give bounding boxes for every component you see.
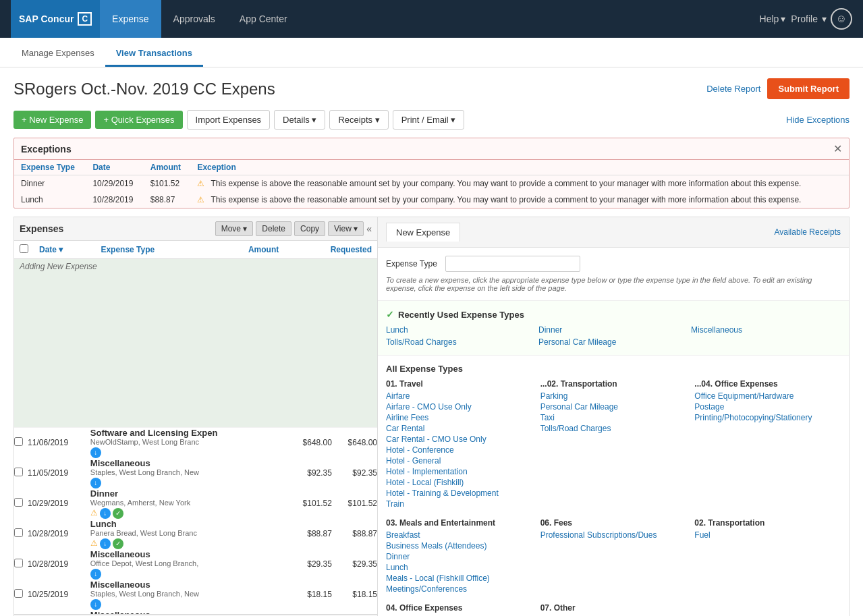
row-checkbox[interactable] (14, 498, 23, 507)
adding-new-expense-row: Adding New Expense (14, 259, 377, 428)
category-item[interactable]: Printing/Photocopying/Stationery (694, 413, 841, 422)
row-checkbox[interactable] (14, 559, 23, 567)
category-item[interactable]: Hotel - Local (Fishkill) (386, 478, 532, 487)
all-expense-types-title: All Expense Types (386, 364, 463, 374)
report-title: SRogers Oct.-Nov. 2019 CC Expens (13, 80, 275, 99)
expense-category: 04. Office ExpensesGeneral Office Suppli… (386, 603, 532, 616)
category-item[interactable]: Airline Fees (386, 413, 532, 422)
row-expense-type: Miscellaneous (90, 458, 287, 468)
subnav-manage-expenses[interactable]: Manage Expenses (11, 41, 105, 67)
submit-report-button[interactable]: Submit Report (767, 78, 850, 99)
row-checkbox-cell[interactable] (14, 519, 28, 549)
category-item[interactable]: Personal Car Mileage (540, 402, 687, 412)
select-all-checkbox[interactable] (20, 244, 28, 253)
recently-used-item[interactable]: Personal Car Mileage (538, 337, 688, 347)
copy-button[interactable]: Copy (294, 221, 325, 236)
row-checkbox[interactable] (14, 468, 23, 476)
nav-approvals[interactable]: Approvals (161, 0, 227, 38)
new-expense-tab[interactable]: New Expense (386, 223, 460, 242)
category-item[interactable]: Office Equipment/Hardware (694, 391, 841, 401)
category-item[interactable]: Car Rental - CMO Use Only (386, 435, 532, 444)
col-expense-type[interactable]: Expense Type (95, 241, 211, 259)
table-row[interactable]: 10/25/2019 Miscellaneous Staples, West L… (14, 580, 377, 610)
category-item[interactable]: Postage (694, 402, 841, 412)
table-row[interactable]: 11/05/2019 Miscellaneous Staples, West L… (14, 458, 377, 488)
delete-report-button[interactable]: Delete Report (706, 84, 760, 94)
row-checkbox[interactable] (14, 528, 23, 537)
print-email-button[interactable]: Print / Email ▾ (393, 110, 465, 130)
hide-exceptions-button[interactable]: Hide Exceptions (786, 115, 850, 125)
row-checkbox-cell[interactable] (14, 458, 28, 488)
category-item[interactable]: Tolls/Road Charges (540, 424, 687, 433)
col-select-all[interactable] (14, 241, 34, 259)
row-checkbox[interactable] (14, 589, 23, 598)
category-item[interactable]: Breakfast (386, 530, 532, 540)
details-button[interactable]: Details ▾ (274, 110, 325, 130)
row-vendor: Staples, West Long Branch, New (90, 590, 287, 598)
expense-type-input[interactable] (445, 256, 580, 272)
recently-used-item[interactable]: Tolls/Road Charges (386, 337, 536, 347)
row-checkbox[interactable] (14, 437, 23, 446)
category-title: ...02. Transportation (540, 379, 687, 389)
move-button[interactable]: Move ▾ (215, 221, 254, 236)
category-item[interactable]: Hotel - Implementation (386, 467, 532, 476)
category-item[interactable]: Train (386, 499, 532, 509)
table-row[interactable]: 10/29/2019 Dinner Wegmans, Amherst, New … (14, 488, 377, 519)
receipts-button[interactable]: Receipts ▾ (329, 110, 388, 130)
logo: SAP Concur C (11, 0, 100, 38)
new-expense-button[interactable]: + New Expense (13, 111, 91, 129)
delete-button[interactable]: Delete (256, 221, 291, 236)
row-checkbox-cell[interactable] (14, 428, 28, 458)
two-column-layout: Expenses Move ▾ Delete Copy View ▾ « Dat… (13, 217, 850, 616)
import-expenses-button[interactable]: Import Expenses (187, 110, 271, 130)
exceptions-close-button[interactable]: ✕ (833, 142, 842, 155)
row-type-cell: Lunch Panera Bread, West Long Branc ⚠↓✓ (90, 519, 287, 549)
help-button[interactable]: Help ▾ (760, 13, 786, 24)
category-item[interactable]: Professional Subscriptions/Dues (540, 530, 687, 540)
category-item[interactable]: Airfare (386, 391, 532, 401)
exceptions-header: Exceptions ✕ (14, 138, 849, 160)
recently-used-item[interactable]: Dinner (538, 325, 688, 335)
quick-expenses-button[interactable]: + Quick Expenses (95, 111, 182, 129)
expense-category: 02. TransportationFuel (694, 518, 841, 595)
category-title: 03. Meals and Entertainment (386, 518, 532, 528)
col-amount[interactable]: Amount (211, 241, 284, 259)
category-item[interactable]: Meetings/Conferences (386, 584, 532, 594)
row-checkbox-cell[interactable] (14, 549, 28, 580)
category-item[interactable]: Hotel - Training & Development (386, 488, 532, 498)
category-item[interactable]: Lunch (386, 563, 532, 572)
recently-used-item[interactable]: Miscellaneous (691, 325, 841, 335)
collapse-button[interactable]: « (366, 223, 372, 234)
expense-type-row: Expense Type (386, 256, 841, 272)
category-item[interactable]: Hotel - Conference (386, 445, 532, 455)
nav-right: Help ▾ Profile ▾ ☺ (760, 8, 852, 30)
profile-button[interactable]: Profile ▾ ☺ (791, 8, 852, 30)
available-receipts-link[interactable]: Available Receipts (774, 227, 841, 237)
table-row[interactable]: 10/28/2019 Lunch Panera Bread, West Long… (14, 519, 377, 549)
col-requested[interactable]: Requested (284, 241, 377, 259)
col-date: Date (86, 160, 143, 175)
category-item[interactable]: Dinner (386, 552, 532, 561)
category-item[interactable]: Hotel - General (386, 456, 532, 466)
table-row[interactable]: 11/06/2019 Software and Licensing Expen … (14, 428, 377, 458)
recently-used-item[interactable]: Lunch (386, 325, 536, 335)
table-row[interactable]: 10/28/2019 Miscellaneous Office Depot, W… (14, 549, 377, 580)
expenses-table: Date ▾ Expense Type Amount Requested Add… (14, 241, 377, 428)
warning-icon: ⚠ (197, 195, 204, 204)
category-item[interactable]: Taxi (540, 413, 687, 422)
row-checkbox-cell[interactable] (14, 488, 28, 519)
category-item[interactable]: Parking (540, 391, 687, 401)
category-item[interactable]: Fuel (694, 530, 841, 540)
col-amount: Amount (144, 160, 191, 175)
category-item[interactable]: Airfare - CMO Use Only (386, 402, 532, 412)
row-checkbox-cell[interactable] (14, 580, 28, 610)
category-item[interactable]: Car Rental (386, 424, 532, 433)
view-button[interactable]: View ▾ (328, 221, 364, 236)
nav-expense[interactable]: Expense (100, 0, 161, 38)
warning-icon: ⚠ (90, 538, 98, 549)
category-item[interactable]: Business Meals (Attendees) (386, 541, 532, 551)
nav-app-center[interactable]: App Center (227, 0, 300, 38)
col-date[interactable]: Date ▾ (34, 241, 95, 259)
subnav-view-transactions[interactable]: View Transactions (105, 41, 203, 67)
category-item[interactable]: Meals - Local (Fishkill Office) (386, 573, 532, 583)
